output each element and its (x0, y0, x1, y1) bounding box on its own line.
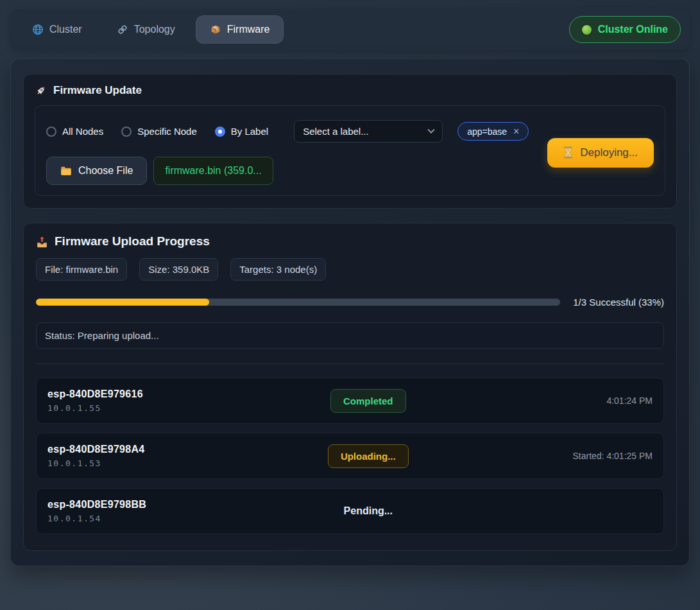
choose-file-label: Choose File (78, 165, 133, 177)
node-name: esp-840D8E979616 (47, 388, 241, 400)
deploy-button[interactable]: Deploying... (547, 138, 654, 168)
firmware-update-card: Firmware Update All Nodes Specific Node … (23, 74, 677, 209)
node-info: esp-840D8E9798A4 10.0.1.53 (47, 444, 241, 468)
package-icon (210, 24, 221, 35)
node-status-cell: Completed (241, 389, 495, 413)
tab-label: Topology (134, 24, 175, 35)
cluster-online-badge: Cluster Online (569, 16, 681, 43)
node-row: esp-840D8E979616 10.0.1.55 Completed 4:0… (36, 378, 664, 424)
firmware-update-title: Firmware Update (53, 84, 142, 97)
label-select[interactable]: Select a label... (294, 120, 443, 143)
nav-tabs: Cluster Topology Firmware (18, 15, 284, 44)
node-row: esp-840D8E9798A4 10.0.1.53 Uploading... … (36, 433, 664, 479)
radio-icon (121, 126, 132, 137)
node-info: esp-840D8E979616 10.0.1.55 (47, 388, 241, 413)
node-ip: 10.0.1.54 (47, 514, 241, 523)
progress-row: 1/3 Successful (33%) (36, 297, 664, 308)
main-content: Firmware Update All Nodes Specific Node … (10, 58, 690, 566)
label-chip-text: app=base (467, 126, 507, 137)
radio-by-label[interactable]: By Label (215, 126, 268, 137)
radio-specific-node[interactable]: Specific Node (121, 126, 197, 137)
selected-file-name: firmware.bin (359.0... (165, 165, 261, 176)
tab-label: Cluster (49, 24, 82, 35)
globe-icon (32, 24, 44, 35)
tab-cluster[interactable]: Cluster (18, 15, 96, 44)
progress-bar (36, 299, 560, 306)
meta-targets: Targets: 3 node(s) (230, 258, 326, 281)
node-row: esp-840D8E9798BB 10.0.1.54 Pending... (36, 488, 664, 534)
top-nav: Cluster Topology Firmware Cluster Online (10, 9, 690, 50)
link-icon (117, 24, 128, 35)
target-mode-radios: All Nodes Specific Node By Label Select … (46, 120, 547, 143)
remove-label-icon[interactable]: × (513, 126, 519, 137)
upload-tray-icon (36, 236, 48, 248)
node-list: esp-840D8E979616 10.0.1.55 Completed 4:0… (36, 378, 664, 534)
upload-progress-card: Firmware Upload Progress File: firmware.… (23, 223, 677, 551)
choose-file-button[interactable]: Choose File (46, 157, 147, 185)
tab-firmware[interactable]: Firmware (196, 15, 284, 44)
selected-label-chip[interactable]: app=base × (457, 122, 529, 141)
tab-topology[interactable]: Topology (103, 15, 189, 44)
label-select-placeholder: Select a label... (303, 126, 369, 137)
node-name: esp-840D8E9798A4 (47, 444, 241, 455)
radio-icon (215, 126, 225, 137)
node-time: Started: 4:01:25 PM (495, 451, 653, 461)
form-left: All Nodes Specific Node By Label Select … (46, 120, 547, 185)
progress-label: 1/3 Successful (33%) (573, 297, 664, 308)
hourglass-icon (563, 146, 573, 159)
firmware-update-form: All Nodes Specific Node By Label Select … (35, 105, 665, 196)
radio-label: Specific Node (137, 126, 197, 137)
node-time: 4:01:24 PM (495, 396, 653, 406)
cluster-online-label: Cluster Online (598, 24, 668, 35)
radio-label: By Label (231, 126, 268, 137)
meta-file: File: firmware.bin (36, 258, 127, 281)
upload-progress-title-row: Firmware Upload Progress (36, 234, 664, 248)
selected-file-chip[interactable]: firmware.bin (359.0... (153, 157, 273, 185)
node-status-cell: Pending... (241, 505, 495, 517)
node-status-badge: Uploading... (328, 444, 409, 468)
status-text: Status: Preparing upload... (45, 330, 159, 341)
node-status-badge: Pending... (344, 505, 393, 517)
progress-fill (36, 299, 209, 306)
chevron-down-icon (427, 126, 434, 133)
divider (36, 363, 664, 364)
radio-icon (46, 126, 56, 137)
upload-meta-row: File: firmware.bin Size: 359.0KB Targets… (36, 258, 664, 281)
node-ip: 10.0.1.55 (47, 403, 241, 413)
node-status-cell: Uploading... (241, 444, 495, 468)
upload-progress-title: Firmware Upload Progress (55, 234, 210, 248)
node-name: esp-840D8E9798BB (47, 499, 241, 510)
folder-icon (60, 166, 72, 176)
rocket-icon (35, 85, 47, 97)
radio-label: All Nodes (62, 126, 103, 137)
firmware-update-title-row: Firmware Update (35, 84, 665, 97)
radio-all-nodes[interactable]: All Nodes (46, 126, 103, 137)
deploy-button-label: Deploying... (580, 146, 638, 159)
node-info: esp-840D8E9798BB 10.0.1.54 (47, 499, 241, 523)
node-status-badge: Completed (330, 389, 406, 413)
meta-size: Size: 359.0KB (139, 258, 218, 281)
file-row: Choose File firmware.bin (359.0... (46, 157, 547, 185)
tab-label: Firmware (227, 24, 270, 35)
status-box: Status: Preparing upload... (36, 322, 664, 349)
online-dot-icon (582, 25, 592, 35)
node-ip: 10.0.1.53 (47, 458, 241, 468)
